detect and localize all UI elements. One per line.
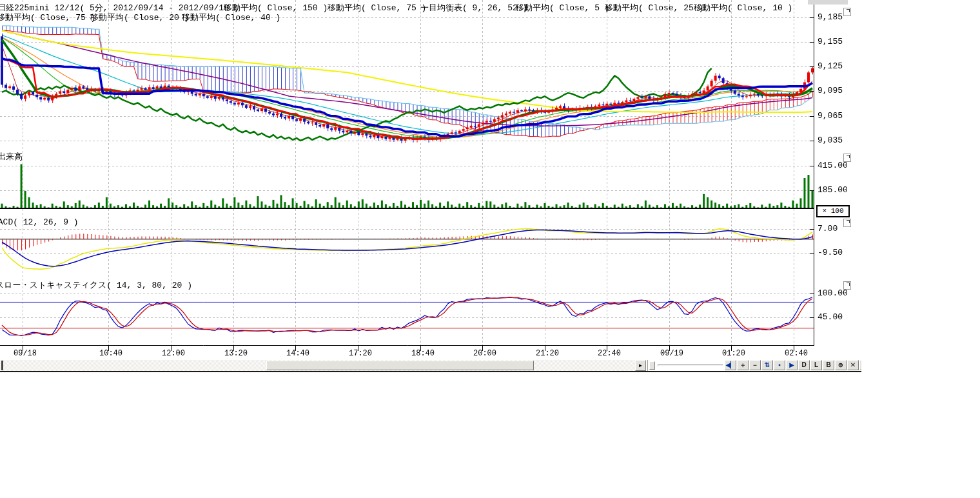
daily-button[interactable]: D (798, 360, 810, 370)
volume-pane-menu-icon[interactable] (843, 154, 851, 162)
play-button[interactable]: ▶ (786, 360, 798, 370)
macd-pane-menu-icon[interactable] (843, 219, 851, 227)
price-tick-label: 9,185 (818, 13, 843, 22)
legend-item: 移動平均( Close, 150 ) (224, 4, 328, 13)
fit-scale-button[interactable]: ⇅ (761, 360, 773, 370)
stoch-pane-menu-icon[interactable] (843, 281, 851, 290)
clipped-button[interactable] (859, 360, 861, 370)
scrollbar-left-edge (1, 361, 3, 370)
price-pane-menu-icon[interactable] (843, 8, 851, 16)
legend-item: 日経225mini 12/12( 5分, 2012/09/14 - 2012/0… (0, 4, 239, 13)
time-tick-label: 10:40 (90, 349, 132, 358)
price-tick-label: 9,035 (818, 136, 843, 145)
close-button[interactable]: ✕ (847, 360, 859, 370)
macd-tick-label: 7.00 (818, 224, 838, 234)
bar-chart-button[interactable]: B (823, 360, 834, 370)
price-tick-label: 9,155 (818, 37, 843, 46)
price-tick-label: 9,095 (818, 86, 843, 95)
chart-application-window: 日経225mini 12/12( 5分, 2012/09/14 - 2012/0… (0, 0, 861, 373)
pan-left-button[interactable]: ◀▏ (725, 360, 736, 370)
volume-tick-label: 415.00 (818, 161, 848, 170)
window-bottom-border (0, 371, 861, 372)
time-tick-label: 09/18 (5, 349, 46, 358)
chart-plot-canvas[interactable] (0, 0, 815, 354)
time-tick-label: 14:40 (277, 349, 318, 358)
scrollbar-right-arrow-button[interactable]: ▶ (635, 360, 646, 371)
time-tick-label: 01:20 (713, 349, 754, 358)
zoom-out-button[interactable]: － (749, 360, 761, 370)
volume-tick-label: 185.00 (818, 186, 848, 195)
zoom-slider-handle[interactable] (649, 361, 655, 370)
legend-item: 移動平均( Close, 10 ) (694, 4, 792, 13)
control-bar-divider (647, 360, 648, 371)
horizontal-scrollbar-thumb[interactable] (266, 361, 534, 370)
zoom-slider-groove[interactable] (658, 364, 723, 366)
zoom-in-button[interactable]: ＋ (737, 360, 749, 370)
volume-multiplier-badge: × 100 (816, 205, 850, 217)
screenshot-root: { "header": { "row1": [ {"label": "日経225… (0, 0, 980, 498)
volume-panel-label: 出来高 (0, 153, 23, 162)
legend-item: 移動平均( Close, 25 ) (605, 4, 703, 13)
time-tick-label: 09/19 (651, 349, 692, 358)
time-tick-label: 22:40 (589, 349, 630, 358)
legend-item: 一目均衡表( 9, 26, 52 ) (420, 4, 527, 13)
legend-item: 移動平均( Close, 20 ) (90, 14, 189, 23)
top-right-strip (808, 0, 848, 5)
price-tick-label: 9,065 (818, 112, 843, 121)
legend-item: 移動平均( Close, 40 ) (182, 14, 280, 23)
time-tick-label: 17:20 (340, 349, 381, 358)
time-tick-label: 12:00 (153, 349, 194, 358)
time-tick-label: 02:40 (776, 349, 817, 358)
time-tick-label: 13:20 (215, 349, 257, 358)
legend-item: 移動平均( Close, 75 ) (328, 4, 426, 13)
stochastics-panel-label: スロー・ストキャスティクス( 14, 3, 80, 20 ) (0, 281, 192, 290)
price-tick-label: 9,125 (818, 62, 843, 71)
crosshair-button[interactable]: ⊕ (835, 360, 847, 370)
stoch-tick-label: 100.00 (818, 289, 848, 298)
line-chart-button[interactable]: L (810, 360, 822, 370)
stop-button[interactable]: ▪ (774, 360, 785, 370)
legend-item: 移動平均( Close, 5 ) (516, 4, 610, 13)
legend-item: 移動平均( Close, 75 ) (0, 14, 95, 23)
bottom-control-bar: ▶ ◀▏＋－⇅▪▶DLB⊕✕ (0, 360, 861, 371)
time-tick-label: 20:00 (464, 349, 505, 358)
stoch-tick-label: 45.00 (818, 313, 843, 322)
macd-panel-label: MACD( 12, 26, 9 ) (0, 218, 79, 227)
time-tick-label: 21:20 (527, 349, 568, 358)
macd-tick-label: -9.50 (818, 248, 843, 257)
time-tick-label: 18:40 (402, 349, 444, 358)
